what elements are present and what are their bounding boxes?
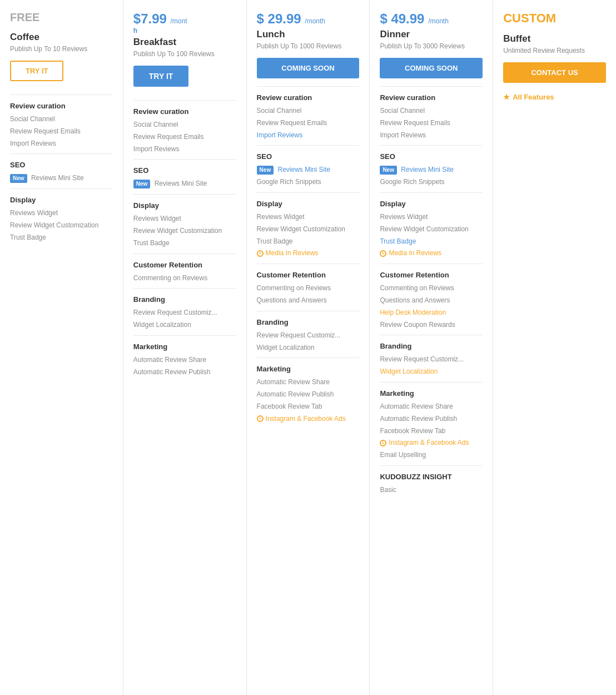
feature-item: Media In Reviews: [380, 249, 483, 258]
feature-item: New Reviews Mini Site: [133, 179, 236, 188]
feature-item: Automatic Review Publish: [133, 368, 236, 377]
feature-label: Review Request Customiz...: [380, 355, 464, 363]
feature-item: Reviews Widget: [380, 212, 483, 222]
new-badge: New: [10, 174, 27, 183]
section-title: SEO: [133, 166, 236, 175]
coming-soon-button[interactable]: COMING SOON: [257, 58, 360, 78]
feature-item: Media In Reviews: [257, 249, 360, 258]
feature-label: Widget Localization: [380, 368, 438, 375]
feature-item: Trust Badge: [10, 233, 113, 242]
plan-price: $ 49.99 /month: [380, 11, 483, 27]
section-title: Review curation: [133, 107, 236, 116]
feature-item: New Reviews Mini Site: [257, 165, 360, 175]
feature-label: Automatic Review Publish: [257, 390, 334, 398]
feature-label: Widget Localization: [257, 344, 315, 351]
section-2: Display Reviews Widget Review Widget Cus…: [257, 192, 360, 258]
pricing-grid: FREECoffeePublish Up To 10 ReviewsTRY IT…: [0, 0, 616, 695]
feature-item: Automatic Review Share: [380, 402, 483, 411]
feature-label: Automatic Review Share: [380, 403, 453, 410]
feature-label: Google Rich Snippets: [257, 178, 321, 186]
section-title: Display: [133, 201, 236, 210]
contact-button[interactable]: CONTACT US: [503, 62, 606, 83]
feature-label: Trust Badge: [257, 237, 293, 245]
feature-label: Social Channel: [380, 107, 425, 115]
feature-item: Review Widget Customization: [10, 221, 113, 230]
section-2: Display Reviews Widget Review Widget Cus…: [133, 194, 236, 247]
section-0: Review curation Social Channel Review Re…: [133, 100, 236, 153]
section-title: Marketing: [257, 365, 360, 373]
section-1: SEO New Reviews Mini Site Google Rich Sn…: [257, 145, 360, 187]
feature-label: Review Widget Customization: [133, 227, 222, 235]
section-title: Customer Retention: [380, 271, 483, 279]
section-5: Marketing Automatic Review Share Automat…: [133, 335, 236, 377]
section-title: Review curation: [10, 102, 113, 110]
section-title: Marketing: [380, 389, 483, 398]
feature-label: Reviews Widget: [133, 215, 181, 222]
feature-item: Questions and Answers: [380, 296, 483, 305]
feature-item: Social Channel: [257, 106, 360, 116]
feature-item: Automatic Review Share: [133, 355, 236, 365]
feature-item: Review Request Customiz...: [380, 355, 483, 364]
section-2: Display Reviews Widget Review Widget Cus…: [10, 188, 113, 242]
plan-col-lunch: $ 29.99 /month LunchPublish Up To 1000 R…: [247, 0, 370, 695]
feature-label: Review Coupon Rewards: [380, 321, 455, 329]
feature-label: Instagram & Facebook Ads: [389, 438, 469, 448]
feature-item: Review Request Customiz...: [133, 308, 236, 317]
feature-label: Import Reviews: [257, 131, 303, 139]
feature-label: Reviews Mini Site: [31, 174, 84, 182]
plan-title: CUSTOM: [503, 11, 606, 26]
try-button[interactable]: TRY IT: [133, 66, 189, 87]
feature-label: Help Desk Moderation: [380, 309, 446, 316]
feature-label: Reviews Widget: [10, 209, 58, 217]
feature-item: Review Widget Customization: [380, 225, 483, 234]
feature-item: Automatic Review Publish: [257, 390, 360, 399]
feature-label: Facebook Review Tab: [380, 427, 445, 435]
feature-label: Trust Badge: [10, 234, 46, 241]
feature-item: Trust Badge: [257, 237, 360, 246]
meal-sub: Unlimited Review Requests: [503, 47, 606, 54]
section-1: SEO New Reviews Mini Site: [10, 153, 113, 183]
coming-soon-button[interactable]: COMING SOON: [380, 58, 483, 78]
meal-sub: Publish Up To 3000 Reviews: [380, 42, 483, 50]
feature-item: Automatic Review Share: [257, 378, 360, 387]
section-title: Review curation: [257, 93, 360, 102]
feature-label: Media In Reviews: [266, 249, 319, 258]
section-title: Branding: [380, 342, 483, 350]
feature-label: Automatic Review Share: [257, 378, 330, 386]
all-features-link[interactable]: ★ All Features: [503, 93, 606, 101]
feature-item: Google Rich Snippets: [380, 177, 483, 187]
feature-item: Review Request Emails: [133, 132, 236, 142]
feature-item: Review Widget Customization: [133, 226, 236, 236]
feature-label: Instagram & Facebook Ads: [266, 414, 346, 424]
new-badge: New: [380, 166, 397, 175]
feature-label: Import Reviews: [380, 131, 426, 139]
feature-label: Automatic Review Publish: [133, 368, 211, 376]
feature-item: Trust Badge: [380, 237, 483, 246]
feature-item: Facebook Review Tab: [380, 426, 483, 436]
section-3: Customer Retention Commenting on Reviews…: [380, 264, 483, 329]
section-title: Customer Retention: [257, 271, 360, 279]
feature-label: Review Request Customiz...: [257, 331, 341, 339]
meal-name: Breakfast: [133, 37, 236, 48]
feature-item: Reviews Widget: [10, 209, 113, 218]
feature-label: Import Reviews: [10, 140, 56, 147]
feature-item: Instagram & Facebook Ads: [380, 438, 483, 448]
plan-title: FREE: [10, 11, 113, 24]
meal-sub: Publish Up To 10 Reviews: [10, 45, 113, 53]
section-title: Display: [380, 200, 483, 208]
clock-icon: [380, 250, 386, 257]
feature-item: Review Request Emails: [10, 127, 113, 136]
feature-item: Automatic Review Publish: [380, 414, 483, 424]
feature-label: Review Widget Customization: [380, 225, 468, 233]
feature-item: Commenting on Reviews: [133, 274, 236, 283]
section-4: Branding Review Request Customiz... Widg…: [257, 311, 360, 353]
feature-label: Review Widget Customization: [10, 221, 98, 229]
star-icon: ★: [503, 93, 510, 101]
feature-label: Facebook Review Tab: [257, 403, 322, 410]
section-0: Review curation Social Channel Review Re…: [380, 86, 483, 140]
feature-item: Import Reviews: [133, 145, 236, 154]
try-button[interactable]: TRY IT: [10, 61, 63, 81]
feature-item: Import Reviews: [380, 131, 483, 140]
feature-label: Google Rich Snippets: [380, 178, 444, 186]
feature-item: Review Widget Customization: [257, 225, 360, 234]
